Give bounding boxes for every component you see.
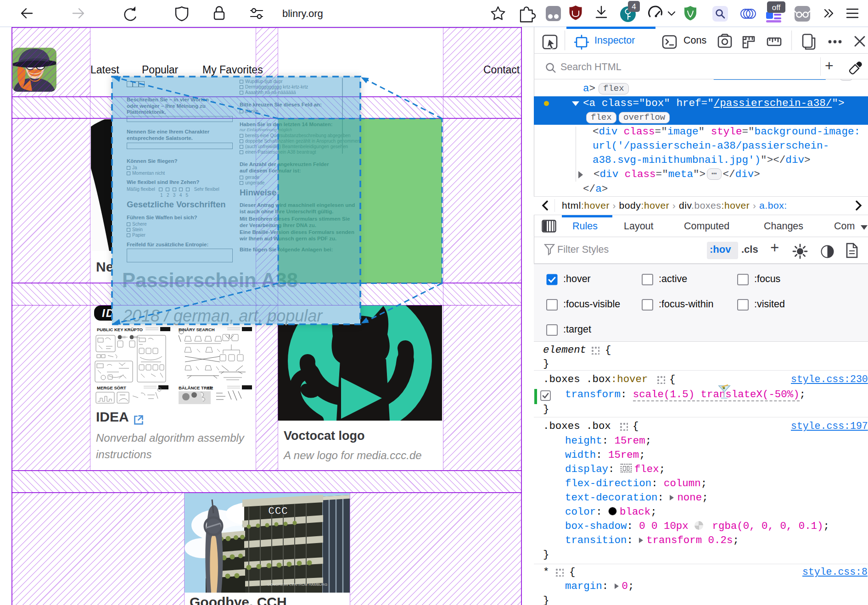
svg-text:off: off	[772, 3, 781, 12]
svg-text:4: 4	[632, 2, 636, 11]
